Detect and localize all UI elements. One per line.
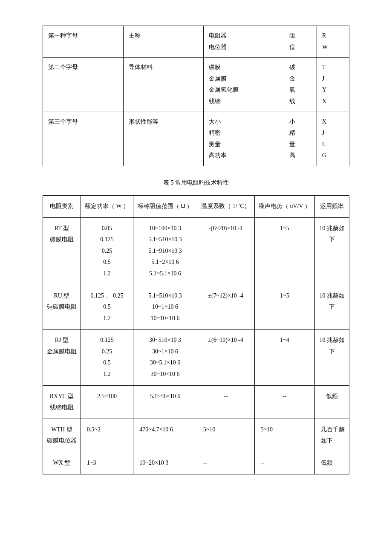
- table-row: 第一种字母主称电阻器电位器阻位RW: [43, 26, 349, 58]
- col-header-range: 标称阻值范围（ Ω ）: [133, 195, 197, 217]
- table-row: 第三个字母形状性能等大小精密测量高功率小精量高XJLG: [43, 112, 349, 166]
- cell-freq: 10 兆赫如下: [315, 330, 349, 385]
- cell-noise: --: [254, 385, 315, 419]
- resistor-spec-table: 电阻类别 额定功率（ W ） 标称阻值范围（ Ω ） 温度系数（ 1/ ℃） 噪…: [43, 195, 349, 474]
- table-row: RJ 型金属膜电阻0.1250.250.51.230~510×10 330~1×…: [43, 330, 349, 385]
- cell-noise: 1~5: [254, 217, 315, 285]
- cell-range: 5.1~510×10 310~1×10 610~10×10 6: [133, 285, 197, 330]
- col-header-temp: 温度系数（ 1/ ℃）: [197, 195, 254, 217]
- cell-range: 10~100×10 35.1~510×10 35.1~910×10 35.1~2…: [133, 217, 197, 285]
- cell-type: RU 型硅碳膜电阻: [43, 285, 81, 330]
- cell-fullname: 大小精密测量高功率: [204, 112, 284, 166]
- cell-power: 0.125 、 0.250.51.2: [81, 285, 133, 330]
- cell-power: 0.050.1250.250.51.2: [81, 217, 133, 285]
- cell-temp: ±(7~12)×10 -4: [197, 285, 254, 330]
- table-row: WTH 型碳膜电位器0.5~2470~4.7×10 65~105~10几百千赫如…: [43, 419, 349, 452]
- cell-noise: 5~10: [254, 419, 315, 452]
- cell-temp: -(6~20)×10 -4: [197, 217, 254, 285]
- cell-code: RW: [317, 26, 349, 58]
- cell-range: 5.1~56×10 6: [133, 385, 197, 419]
- letter-code-table: 第一种字母主称电阻器电位器阻位RW第二个字母导体材料碳膜金属膜金属氧化膜线绕碳金…: [43, 26, 349, 166]
- col-header-type: 电阻类别: [43, 195, 81, 217]
- cell-noise: 1~4: [254, 330, 315, 385]
- col-header-freq: 运用频率: [315, 195, 349, 217]
- col-header-noise: 噪声电势（ uV/V ）: [254, 195, 315, 217]
- cell-meaning: 主称: [123, 26, 204, 58]
- cell-range: 10~20×10 3: [133, 452, 197, 474]
- cell-freq: 10 兆赫如下: [315, 217, 349, 285]
- cell-type: RJ 型金属膜电阻: [43, 330, 81, 385]
- table2-caption: 表 5 常用电阻旳技术特性: [43, 179, 349, 187]
- cell-temp: 5~10: [197, 419, 254, 452]
- cell-noise: --: [254, 452, 315, 474]
- cell-temp: --: [197, 452, 254, 474]
- cell-code: XJLG: [317, 112, 349, 166]
- cell-letter-pos: 第一种字母: [43, 26, 124, 58]
- cell-fullname: 电阻器电位器: [204, 26, 284, 58]
- cell-code: TJYX: [317, 58, 349, 112]
- cell-power: 2.5~100: [81, 385, 133, 419]
- cell-range: 30~510×10 330~1×10 630~5.1×10 630~10×10 …: [133, 330, 197, 385]
- cell-power: 1~3: [81, 452, 133, 474]
- cell-letter-pos: 第二个字母: [43, 58, 124, 112]
- cell-char: 阻位: [284, 26, 317, 58]
- cell-fullname: 碳膜金属膜金属氧化膜线绕: [204, 58, 284, 112]
- cell-noise: 1~5: [254, 285, 315, 330]
- cell-type: WX 型: [43, 452, 81, 474]
- cell-type: WTH 型碳膜电位器: [43, 419, 81, 452]
- table-row: RT 型碳膜电阻0.050.1250.250.51.210~100×10 35.…: [43, 217, 349, 285]
- cell-freq: 10 兆赫如下: [315, 285, 349, 330]
- cell-freq: 低频: [315, 452, 349, 474]
- cell-freq: 低频: [315, 385, 349, 419]
- cell-type: RXYC 型线绕电阻: [43, 385, 81, 419]
- cell-meaning: 形状性能等: [123, 112, 204, 166]
- cell-char: 小精量高: [284, 112, 317, 166]
- cell-meaning: 导体材料: [123, 58, 204, 112]
- cell-power: 0.1250.250.51.2: [81, 330, 133, 385]
- cell-range: 470~4.7×10 6: [133, 419, 197, 452]
- table-row: 第二个字母导体材料碳膜金属膜金属氧化膜线绕碳金氧线TJYX: [43, 58, 349, 112]
- table-row: RU 型硅碳膜电阻0.125 、 0.250.51.25.1~510×10 31…: [43, 285, 349, 330]
- table-header-row: 电阻类别 额定功率（ W ） 标称阻值范围（ Ω ） 温度系数（ 1/ ℃） 噪…: [43, 195, 349, 217]
- cell-type: RT 型碳膜电阻: [43, 217, 81, 285]
- cell-letter-pos: 第三个字母: [43, 112, 124, 166]
- table-row: RXYC 型线绕电阻2.5~1005.1~56×10 6----低频: [43, 385, 349, 419]
- col-header-power: 额定功率（ W ）: [81, 195, 133, 217]
- cell-char: 碳金氧线: [284, 58, 317, 112]
- cell-power: 0.5~2: [81, 419, 133, 452]
- cell-freq: 几百千赫如下: [315, 419, 349, 452]
- table-row: WX 型1~310~20×10 3----低频: [43, 452, 349, 474]
- cell-temp: --: [197, 385, 254, 419]
- cell-temp: ±(6~10)×10 -4: [197, 330, 254, 385]
